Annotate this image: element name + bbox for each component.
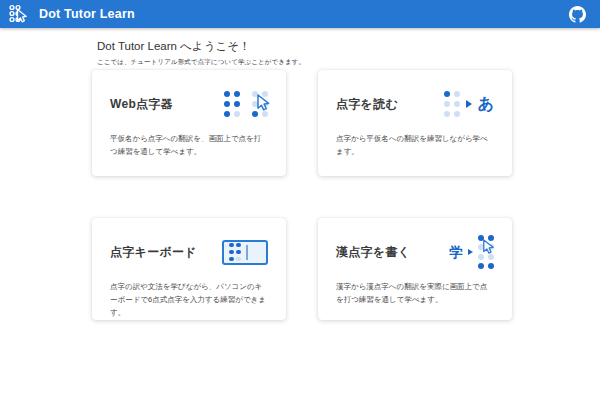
braille-cell-typed	[229, 243, 241, 262]
card-head: Web点字器	[110, 82, 268, 126]
braille-input-field-icon	[222, 240, 268, 265]
text-caret-icon	[246, 245, 248, 260]
braille-cell-a	[444, 91, 460, 117]
card-title: 点字を読む	[336, 96, 398, 113]
card-head: 点字を読む あ	[336, 82, 494, 126]
braille-cell-filled	[224, 91, 240, 117]
github-link[interactable]	[569, 6, 586, 23]
github-icon	[569, 6, 586, 23]
braille-cursor-logo-icon[interactable]	[8, 3, 30, 25]
hiragana-a-glyph: あ	[478, 96, 494, 112]
braille-cell-partial	[252, 91, 268, 117]
tutorial-card-grid: Web点字器 平仮名から	[92, 70, 512, 320]
app-header: Dot Tutor Learn	[0, 0, 600, 28]
card-read-braille[interactable]: 点字を読む あ 点字から平仮名への翻訳を練習しながら学べます。	[318, 70, 512, 176]
card-head: 点字キーボード	[110, 230, 268, 274]
card-title: 漢点字を書く	[336, 244, 410, 261]
card-description: 点字から平仮名への翻訳を練習しながら学べます。	[336, 133, 494, 159]
page-subtitle: ここでは、チュートリアル形式で点字について学ぶことができます。	[97, 58, 600, 67]
card-web-braille-writer[interactable]: Web点字器 平仮名から	[92, 70, 286, 176]
card-title: Web点字器	[110, 96, 173, 113]
card-title: 点字キーボード	[110, 244, 197, 261]
card-braille-keyboard[interactable]: 点字キーボード 点字の訳や文法を学びながら、パソコンのキーボードで6点式点字を入…	[92, 218, 286, 320]
card-description: 平仮名から点字への翻訳を、画面上で点を打つ練習を通して学べます。	[110, 133, 268, 159]
braille-cells-with-cursor-icon	[224, 91, 268, 117]
card-write-kantenji[interactable]: 漢点字を書く 学 漢字から漢点字への翻訳を実際に画面上で点を打つ練	[318, 218, 512, 320]
card-description: 漢字から漢点字への翻訳を実際に画面上で点を打つ練習を通して学べます。	[336, 281, 494, 307]
braille-to-hiragana-icon: あ	[444, 91, 494, 117]
arrow-right-icon	[468, 249, 473, 255]
kanji-gaku-glyph: 学	[449, 245, 463, 259]
page-title: Dot Tutor Learn へようこそ！	[97, 39, 600, 54]
braille-cell-8dot	[478, 235, 494, 270]
card-head: 漢点字を書く 学	[336, 230, 494, 274]
app-title: Dot Tutor Learn	[39, 7, 135, 21]
kanji-to-kantenji-cursor-icon: 学	[449, 235, 494, 270]
welcome-section: Dot Tutor Learn へようこそ！ ここでは、チュートリアル形式で点字…	[97, 39, 600, 67]
card-description: 点字の訳や文法を学びながら、パソコンのキーボードで6点式点字を入力する練習ができ…	[110, 281, 268, 319]
arrow-right-icon	[466, 100, 472, 108]
